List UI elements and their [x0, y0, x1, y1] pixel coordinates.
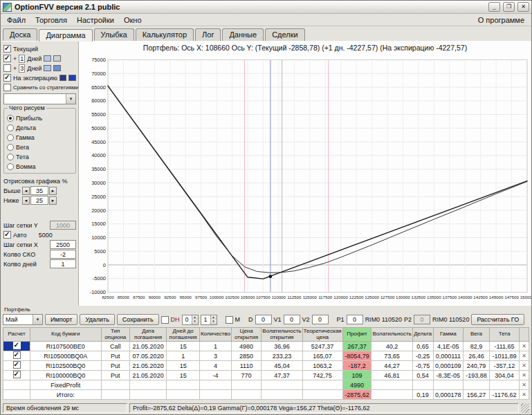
expiration-checkbox[interactable]: [3, 74, 11, 82]
cell[interactable]: -4: [199, 371, 231, 380]
cell[interactable]: [101, 380, 129, 390]
current-checkbox[interactable]: [3, 45, 11, 53]
radio-icon[interactable]: [7, 124, 14, 131]
cell[interactable]: [129, 390, 166, 400]
cell[interactable]: FixedProfit: [30, 380, 102, 390]
tab-calculator[interactable]: Калькулятор: [136, 28, 194, 41]
delete-button[interactable]: Удалить: [80, 314, 114, 325]
cell[interactable]: -1011,89: [489, 351, 519, 361]
plus-days-color-swatch[interactable]: [44, 55, 51, 62]
spin-left-icon[interactable]: ◄: [22, 196, 30, 205]
auto-checkbox[interactable]: [3, 231, 11, 239]
cell[interactable]: 240,79: [464, 361, 490, 371]
cell[interactable]: Put: [101, 361, 129, 371]
cell[interactable]: -187,2: [342, 361, 372, 371]
cell[interactable]: 4980: [231, 342, 261, 351]
spin-down-icon[interactable]: ▼: [192, 320, 198, 324]
chevron-down-icon[interactable]: ▼: [66, 94, 75, 104]
row-checkbox[interactable]: [13, 342, 21, 349]
tab-data[interactable]: Данные: [222, 28, 264, 41]
cell[interactable]: 304,04: [489, 371, 519, 380]
cell[interactable]: 0,65: [412, 342, 433, 351]
cell[interactable]: [302, 390, 342, 400]
cell[interactable]: 742,75: [302, 371, 342, 380]
cell[interactable]: -8054,79: [342, 351, 372, 361]
cell[interactable]: -357,12: [489, 361, 519, 371]
save-button[interactable]: Сохранить: [117, 314, 159, 325]
delete-row-icon[interactable]: ✕: [520, 361, 529, 371]
tab-deals[interactable]: Сделки: [265, 28, 305, 41]
draw-option-4[interactable]: Тета: [7, 152, 73, 161]
cell[interactable]: [167, 380, 200, 390]
dh-checkbox[interactable]: [161, 316, 169, 324]
row-checkbox-cell[interactable]: [3, 342, 30, 351]
cell[interactable]: Call: [101, 342, 129, 351]
cell[interactable]: -0,75: [412, 361, 433, 371]
cell[interactable]: 165,07: [302, 351, 342, 361]
row-checkbox-cell[interactable]: [3, 380, 30, 390]
plus-days-checkbox-2[interactable]: [3, 64, 11, 72]
spin-down-icon[interactable]: ▼: [211, 320, 217, 324]
cell[interactable]: 0,000111: [433, 351, 464, 361]
cell[interactable]: [231, 390, 261, 400]
radio-icon[interactable]: [7, 163, 14, 170]
maximize-icon[interactable]: ❐: [503, 2, 515, 12]
cell[interactable]: RI107500BE0: [30, 342, 102, 351]
tab-log[interactable]: Лог: [195, 28, 221, 41]
cell[interactable]: 26,46: [464, 351, 490, 361]
cell[interactable]: 15: [167, 361, 200, 371]
cell[interactable]: [231, 380, 261, 390]
month-dropdown[interactable]: Май ▼: [3, 314, 43, 325]
cell[interactable]: 2850: [231, 351, 261, 361]
cell[interactable]: [262, 390, 302, 400]
grid-x-input[interactable]: 2500: [50, 240, 76, 249]
below-value[interactable]: 25: [30, 196, 48, 205]
cell[interactable]: 21.05.2020: [129, 361, 166, 371]
d-field[interactable]: 0: [255, 315, 272, 324]
resize-grip[interactable]: [521, 403, 529, 413]
cell[interactable]: -8,3E-05: [433, 371, 464, 380]
delete-row-icon[interactable]: ✕: [520, 371, 529, 380]
m-checkbox[interactable]: [226, 316, 233, 324]
cell[interactable]: 0,19: [412, 390, 433, 400]
cell[interactable]: [372, 390, 412, 400]
import-button[interactable]: Импорт: [45, 314, 77, 325]
cell[interactable]: 82,9: [464, 342, 490, 351]
menu-window[interactable]: Окно: [119, 15, 147, 25]
cell[interactable]: 4990: [342, 380, 372, 390]
row-checkbox-cell[interactable]: [3, 390, 30, 400]
cell[interactable]: 4: [199, 361, 231, 371]
radio-icon[interactable]: [7, 134, 14, 141]
cell[interactable]: -2875,62: [342, 390, 372, 400]
spin-left-icon[interactable]: ◄: [22, 187, 30, 195]
cell[interactable]: 36,96: [262, 342, 302, 351]
cell[interactable]: 4,1E-05: [433, 342, 464, 351]
cell[interactable]: 770: [231, 371, 261, 380]
delete-row-icon[interactable]: ✕: [520, 342, 529, 351]
cell[interactable]: 73,65: [372, 351, 412, 361]
draw-option-0[interactable]: Прибыль: [7, 113, 73, 122]
cell[interactable]: -111,65: [489, 342, 519, 351]
menu-file[interactable]: Файл: [2, 15, 30, 25]
above-value[interactable]: 35: [30, 186, 48, 195]
cell[interactable]: [302, 380, 342, 390]
draw-option-1[interactable]: Дельта: [7, 123, 73, 132]
cell[interactable]: 44,27: [372, 361, 412, 371]
calc-margin-button[interactable]: Рассчитать ГО: [471, 314, 524, 325]
delete-row-icon[interactable]: ✕: [520, 380, 529, 390]
cell[interactable]: Put: [101, 351, 129, 361]
cell[interactable]: [199, 390, 231, 400]
plus-days-input-2[interactable]: 3: [19, 64, 25, 73]
spin-right-icon[interactable]: ►: [49, 187, 57, 195]
row-checkbox[interactable]: [13, 351, 21, 359]
cell[interactable]: [101, 390, 129, 400]
radio-icon[interactable]: [7, 154, 14, 160]
cell[interactable]: 47,37: [262, 371, 302, 380]
cell[interactable]: [489, 380, 519, 390]
row-checkbox-cell[interactable]: [3, 361, 30, 371]
delete-row-icon[interactable]: ✕: [520, 390, 529, 400]
cell[interactable]: [129, 380, 166, 390]
days-input[interactable]: 1: [50, 259, 76, 268]
radio-icon[interactable]: [7, 115, 14, 122]
cell[interactable]: 46,81: [372, 371, 412, 380]
